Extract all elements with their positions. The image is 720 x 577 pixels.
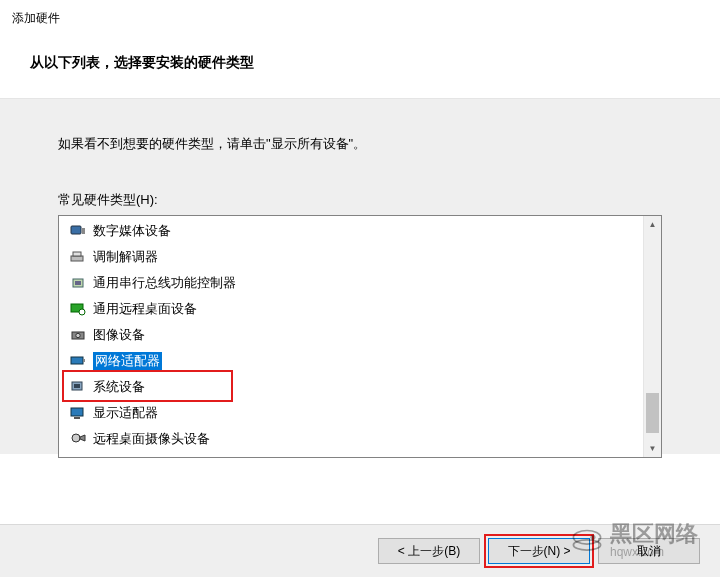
list-item[interactable]: 网络适配器 xyxy=(59,348,643,374)
svg-rect-15 xyxy=(74,417,80,419)
svg-point-16 xyxy=(72,434,80,442)
list-item[interactable]: 远程桌面摄像头设备 xyxy=(59,426,643,452)
usb-controller-icon xyxy=(69,275,87,291)
page-heading: 从以下列表，选择要安装的硬件类型 xyxy=(30,54,254,70)
footer: < 上一步(B) 下一步(N) > 取消 xyxy=(0,524,720,577)
media-device-icon xyxy=(69,223,87,239)
list-item-label: 系统设备 xyxy=(93,378,145,396)
svg-rect-5 xyxy=(75,281,81,285)
list-item[interactable]: 调制解调器 xyxy=(59,244,643,270)
scroll-track[interactable] xyxy=(644,233,661,440)
svg-point-9 xyxy=(76,333,80,337)
svg-rect-14 xyxy=(71,408,83,416)
list-item-label: 通用远程桌面设备 xyxy=(93,300,197,318)
svg-rect-2 xyxy=(71,256,83,261)
list-item[interactable]: 通用远程桌面设备 xyxy=(59,296,643,322)
rd-camera-icon xyxy=(69,431,87,447)
list-item-label: 网络适配器 xyxy=(93,352,162,370)
scroll-up-button[interactable]: ▲ xyxy=(644,216,661,233)
list-label: 常见硬件类型(H): xyxy=(58,191,662,209)
back-button[interactable]: < 上一步(B) xyxy=(378,538,480,564)
svg-rect-1 xyxy=(82,228,85,234)
list-item-label: 通用串行总线功能控制器 xyxy=(93,274,236,292)
svg-rect-3 xyxy=(73,252,81,256)
list-item-label: 显示适配器 xyxy=(93,404,158,422)
list-item-label: 远程桌面摄像头设备 xyxy=(93,430,210,448)
list-item[interactable]: 数字媒体设备 xyxy=(59,218,643,244)
add-hardware-wizard: 添加硬件 从以下列表，选择要安装的硬件类型 如果看不到想要的硬件类型，请单击"显… xyxy=(0,0,720,577)
network-adapter-icon xyxy=(69,353,87,369)
scrollbar[interactable]: ▲ ▼ xyxy=(643,216,661,457)
svg-rect-11 xyxy=(83,359,85,362)
svg-rect-0 xyxy=(71,226,81,234)
imaging-device-icon xyxy=(69,327,87,343)
display-adapter-icon xyxy=(69,405,87,421)
list-item[interactable]: 显示适配器 xyxy=(59,400,643,426)
next-button-wrap: 下一步(N) > xyxy=(488,538,590,564)
list-item[interactable]: 图像设备 xyxy=(59,322,643,348)
list-item[interactable]: 系统设备 xyxy=(59,374,643,400)
listbox-inner: 数字媒体设备调制解调器通用串行总线功能控制器通用远程桌面设备图像设备网络适配器系… xyxy=(59,216,643,457)
scroll-thumb[interactable] xyxy=(646,393,659,433)
svg-rect-13 xyxy=(74,384,80,388)
remote-desktop-icon xyxy=(69,301,87,317)
list-item[interactable]: 通用串行总线功能控制器 xyxy=(59,270,643,296)
system-device-icon xyxy=(69,379,87,395)
heading-area: 从以下列表，选择要安装的硬件类型 xyxy=(0,32,720,98)
content-panel: 如果看不到想要的硬件类型，请单击"显示所有设备"。 常见硬件类型(H): 数字媒… xyxy=(0,99,720,454)
hardware-type-listbox[interactable]: 数字媒体设备调制解调器通用串行总线功能控制器通用远程桌面设备图像设备网络适配器系… xyxy=(58,215,662,458)
cancel-button[interactable]: 取消 xyxy=(598,538,700,564)
list-item-label: 数字媒体设备 xyxy=(93,222,171,240)
instruction-text: 如果看不到想要的硬件类型，请单击"显示所有设备"。 xyxy=(58,135,662,153)
list-item-label: 调制解调器 xyxy=(93,248,158,266)
svg-point-7 xyxy=(79,309,85,315)
list-item-label: 图像设备 xyxy=(93,326,145,344)
svg-rect-10 xyxy=(71,357,83,364)
next-button[interactable]: 下一步(N) > xyxy=(488,538,590,564)
title-bar: 添加硬件 xyxy=(0,0,720,32)
window-title: 添加硬件 xyxy=(12,11,60,25)
scroll-down-button[interactable]: ▼ xyxy=(644,440,661,457)
modem-icon xyxy=(69,249,87,265)
